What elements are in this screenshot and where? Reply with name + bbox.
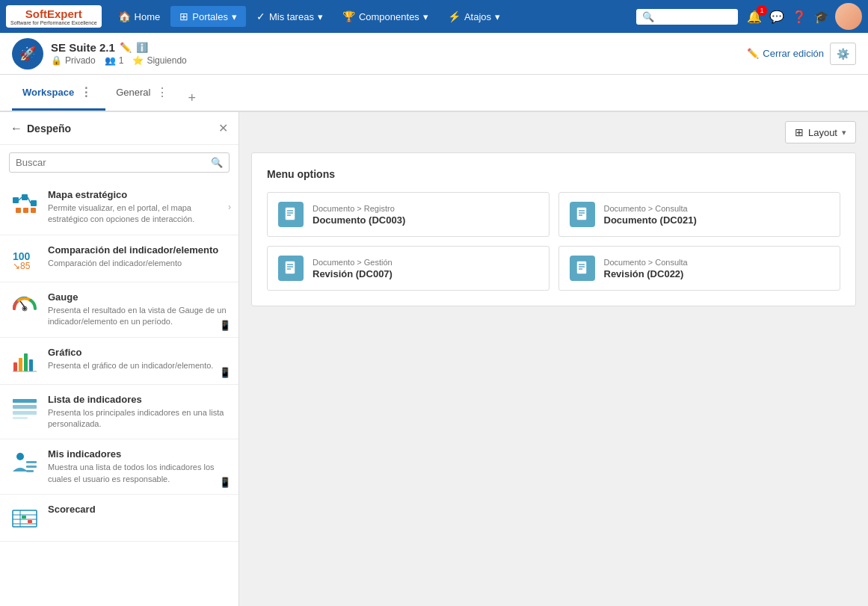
svg-text:↘85: ↘85 [13, 261, 31, 271]
sidebar-item-mapa[interactable]: Mapa estratégico Permite visualizar, en … [0, 180, 238, 235]
lock-icon: 🔒 [51, 55, 62, 66]
tab-add-button[interactable]: + [182, 86, 202, 111]
members-icon: 👥 [105, 55, 116, 66]
notifications-button[interactable]: 🔔 1 [745, 8, 763, 25]
sidebar-items-list: Mapa estratégico Permite visualizar, en … [0, 180, 238, 606]
svg-rect-2 [31, 200, 37, 206]
nav-mistareas-label: Mis tareas [269, 11, 314, 22]
menu-options-title: Menu options [267, 168, 840, 180]
logo: SoftExpert Software for Performance Exce… [6, 5, 102, 28]
search-box[interactable]: 🔍 [636, 9, 738, 25]
portal-title-text: SE Suite 2.1 [51, 41, 115, 54]
close-edit-button[interactable]: ✏️ Cerrar edición [747, 48, 824, 59]
menu-card-dc007[interactable]: Documento > Gestión Revisión (DC007) [267, 246, 550, 291]
help-chat-button[interactable]: 💬 [768, 8, 786, 25]
tab-general[interactable]: General ⋮ [105, 75, 182, 111]
mapa-desc: Permite visualizar, en el portal, el map… [48, 202, 228, 226]
svg-rect-6 [23, 208, 28, 213]
mis-indicadores-title: Mis indicadores [48, 448, 228, 460]
componentes-icon: 🏆 [342, 10, 355, 22]
following-label: Siguiendo [147, 55, 186, 66]
nav-atajos[interactable]: ⚡ Atajos ▾ [439, 6, 509, 27]
menu-card-dc021[interactable]: Documento > Consulta Documento (DC021) [558, 192, 841, 237]
lista-title: Lista de indicadores [48, 394, 228, 405]
tab-workspace-label: Workspace [22, 87, 74, 98]
svg-rect-20 [13, 411, 37, 415]
sidebar-search-icon: 🔍 [211, 157, 223, 168]
tab-workspace-menu[interactable]: ⋮ [77, 82, 95, 102]
layout-label: Layout [808, 127, 837, 138]
layout-grid-icon: ⊞ [795, 126, 804, 138]
dc022-name: Revisión (DC022) [604, 268, 688, 279]
sidebar-item-grafico[interactable]: Gráfico Presenta el gráfico de un indica… [0, 338, 238, 385]
svg-rect-25 [26, 470, 34, 472]
nav-componentes[interactable]: 🏆 Componentes ▾ [333, 6, 437, 27]
graduation-button[interactable]: 🎓 [813, 8, 831, 25]
svg-rect-21 [13, 417, 28, 419]
dc022-info: Documento > Consulta Revisión (DC022) [604, 258, 688, 279]
layout-button[interactable]: ⊞ Layout ▾ [785, 121, 856, 143]
scorecard-content: Scorecard [48, 504, 228, 517]
svg-point-22 [16, 453, 24, 460]
svg-rect-16 [29, 359, 33, 371]
info-icon[interactable]: ℹ️ [136, 42, 148, 53]
dc003-info: Documento > Registro Documento (DC003) [313, 204, 405, 226]
layout-chevron-icon: ▾ [842, 128, 846, 137]
top-navigation: SoftExpert Software for Performance Exce… [0, 0, 868, 33]
pencil-icon: ✏️ [747, 48, 759, 59]
tab-workspace[interactable]: Workspace ⋮ [12, 75, 105, 111]
sidebar-search-box[interactable]: 🔍 [9, 152, 230, 173]
sidebar-search-input[interactable] [16, 157, 206, 168]
portal-meta: 🔒 Privado 👥 1 ⭐ Siguiendo [51, 55, 187, 66]
mistareas-dropdown-icon: ▾ [318, 11, 323, 22]
menu-card-dc003[interactable]: Documento > Registro Documento (DC003) [267, 192, 550, 237]
home-icon: 🏠 [118, 10, 131, 22]
dc022-icon [570, 256, 595, 281]
edit-icon[interactable]: ✏️ [120, 42, 132, 53]
mapa-content: Mapa estratégico Permite visualizar, en … [48, 189, 228, 226]
mis-indicadores-icon [10, 448, 39, 477]
nav-home-label: Home [135, 11, 161, 22]
tabs-bar: Workspace ⋮ General ⋮ + [0, 75, 868, 112]
search-input[interactable] [657, 11, 732, 22]
nav-mistareas[interactable]: ✓ Mis tareas ▾ [247, 6, 332, 27]
comparacion-icon: 100 ↘85 [10, 244, 39, 273]
privacy-item: 🔒 Privado [51, 55, 96, 66]
portal-avatar[interactable]: 🚀 ▾ [12, 38, 43, 69]
sidebar-back-button[interactable]: ← Despeño [10, 122, 71, 135]
dc003-name: Documento (DC003) [313, 214, 405, 226]
nav-home[interactable]: 🏠 Home [109, 6, 170, 27]
componentes-dropdown-icon: ▾ [423, 11, 428, 22]
help-button[interactable]: ❓ [790, 8, 808, 25]
lista-icon [10, 394, 39, 422]
sidebar-item-comparacion[interactable]: 100 ↘85 Comparación del indicador/elemen… [0, 235, 238, 282]
dc003-icon [278, 202, 304, 227]
sidebar-close-button[interactable]: ✕ [218, 121, 228, 135]
sidebar-item-mis-indicadores[interactable]: Mis indicadores Muestra una lista de tod… [0, 439, 238, 495]
svg-rect-24 [26, 466, 37, 468]
sidebar: ← Despeño ✕ 🔍 [0, 112, 239, 606]
sidebar-item-gauge[interactable]: Gauge Presenta el resultado en la vista … [0, 282, 238, 338]
dc022-path: Documento > Consulta [604, 258, 688, 267]
settings-button[interactable]: ⚙️ [830, 43, 856, 65]
dc007-info: Documento > Gestión Revisión (DC007) [313, 258, 393, 279]
lista-desc: Presenta los principales indicadores en … [48, 407, 228, 430]
nav-portales[interactable]: ⊞ Portales ▾ [170, 6, 246, 27]
sidebar-item-scorecard[interactable]: Scorecard [0, 495, 238, 542]
dc021-icon [570, 202, 595, 227]
mis-indicadores-content: Mis indicadores Muestra una lista de tod… [48, 448, 228, 485]
star-icon: ⭐ [132, 55, 144, 66]
sidebar-title: Despeño [27, 123, 71, 135]
scorecard-icon [10, 504, 39, 532]
portal-left: 🚀 ▾ SE Suite 2.1 ✏️ ℹ️ 🔒 Privado 👥 1 ⭐ [12, 38, 187, 69]
mistareas-icon: ✓ [256, 10, 265, 22]
portal-avatar-dropdown[interactable]: ▾ [41, 61, 45, 69]
menu-card-dc022[interactable]: Documento > Consulta Revisión (DC022) [558, 246, 841, 291]
avatar[interactable] [835, 3, 862, 30]
nav-portales-label: Portales [192, 11, 228, 22]
svg-line-3 [19, 197, 22, 200]
menu-cards-grid: Documento > Registro Documento (DC003) [267, 192, 840, 291]
nav-actions: 🔔 1 💬 ❓ 🎓 [745, 3, 862, 30]
tab-general-menu[interactable]: ⋮ [153, 82, 171, 102]
sidebar-item-lista[interactable]: Lista de indicadores Presenta los princi… [0, 385, 238, 440]
